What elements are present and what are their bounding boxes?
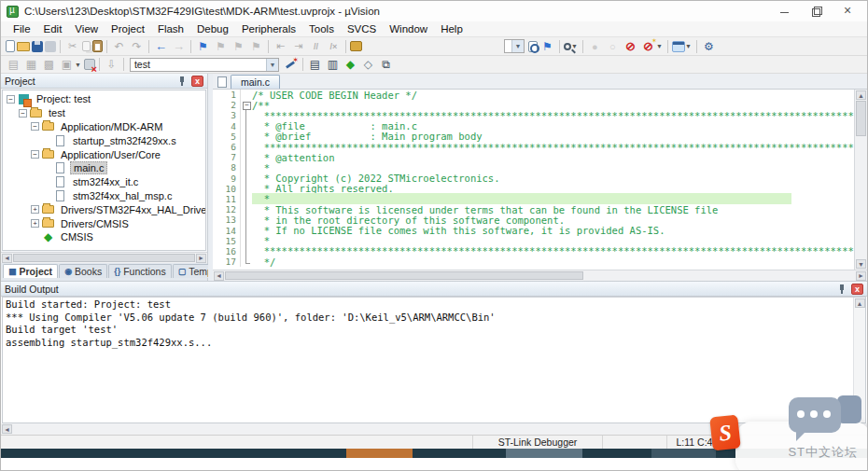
- tools-wrench-icon[interactable]: [701, 39, 717, 54]
- batch-build-icon[interactable]: [59, 57, 75, 72]
- scroll-left-icon[interactable]: ◄: [2, 254, 12, 263]
- file-extensions-icon[interactable]: [307, 57, 323, 72]
- bp-kill-all-icon[interactable]: [640, 39, 656, 54]
- tree-item-stm32f4xx-hal-msp-c[interactable]: stm32f4xx_hal_msp.c: [3, 189, 205, 203]
- code-line-17[interactable]: 17 */: [213, 256, 854, 267]
- cut-icon[interactable]: [64, 39, 80, 54]
- find-in-files-icon[interactable]: [528, 41, 538, 52]
- tree-item-application-mdk-arm[interactable]: −Application/MDK-ARM: [3, 120, 205, 134]
- fold-collapse-icon[interactable]: [241, 100, 252, 110]
- collapse-icon[interactable]: −: [31, 150, 39, 159]
- code-line-11[interactable]: 11 *: [213, 194, 854, 204]
- bookmark-next-icon[interactable]: [231, 39, 246, 54]
- collapse-icon[interactable]: −: [19, 109, 27, 118]
- edit-config-icon[interactable]: [350, 41, 362, 51]
- comment-icon[interactable]: [308, 39, 324, 54]
- editor-hscrollbar[interactable]: ◄ ►: [213, 270, 867, 281]
- run-to-cursor-icon[interactable]: [564, 43, 571, 50]
- menu-window[interactable]: Window: [383, 22, 434, 35]
- panel-close-icon[interactable]: x: [191, 76, 203, 87]
- chevron-down-icon[interactable]: ▼: [685, 43, 692, 49]
- menu-tools[interactable]: Tools: [302, 22, 341, 35]
- scroll-thumb[interactable]: [856, 101, 866, 136]
- target-select[interactable]: test▼: [130, 58, 279, 72]
- redo-icon[interactable]: [129, 39, 145, 54]
- scroll-left-icon[interactable]: ◄: [2, 424, 12, 434]
- scroll-right-icon[interactable]: ►: [196, 254, 206, 263]
- code-line-2[interactable]: 2/**: [213, 100, 854, 110]
- expand-icon[interactable]: +: [31, 219, 39, 228]
- menu-edit[interactable]: Edit: [37, 22, 69, 35]
- open-file-icon[interactable]: [17, 42, 30, 51]
- bookmark-prev-icon[interactable]: [213, 39, 229, 54]
- manage-project-items-icon[interactable]: [325, 57, 341, 72]
- menu-help[interactable]: Help: [434, 22, 469, 35]
- code-line-15[interactable]: 15 *: [213, 236, 854, 246]
- tab-project[interactable]: ▦Project: [3, 264, 58, 278]
- tree-item-test[interactable]: −test: [3, 106, 205, 120]
- code-area[interactable]: 1/* USER CODE BEGIN Header */2/**3 *****…: [213, 90, 854, 270]
- build-output-vscrollbar[interactable]: ▲: [853, 298, 865, 423]
- editor-tab-mainc[interactable]: main.c: [231, 75, 280, 89]
- tab-books[interactable]: ◉Books: [59, 264, 107, 278]
- build-icon[interactable]: [23, 57, 39, 72]
- scroll-thumb[interactable]: [225, 271, 583, 280]
- code-line-8[interactable]: 8 *: [213, 162, 854, 173]
- code-line-6[interactable]: 6 **************************************…: [213, 142, 854, 152]
- translate-icon[interactable]: [6, 57, 21, 72]
- chevron-down-icon[interactable]: ▼: [75, 62, 81, 68]
- code-line-9[interactable]: 9 * Copyright (c) 2022 STMicroelectronic…: [213, 173, 854, 184]
- pack-installer-icon[interactable]: [378, 57, 394, 72]
- select-packs-icon[interactable]: [360, 57, 376, 72]
- menu-file[interactable]: File: [7, 22, 37, 35]
- incremental-find-icon[interactable]: [539, 39, 555, 54]
- collapse-icon[interactable]: −: [31, 122, 39, 131]
- bp-insert-icon[interactable]: [587, 39, 603, 54]
- scroll-thumb[interactable]: [13, 254, 195, 262]
- tree-item-project-test[interactable]: −Project: test: [3, 92, 205, 106]
- code-line-13[interactable]: 13 * in the root directory of this softw…: [213, 215, 854, 225]
- options-target-icon[interactable]: [283, 57, 299, 72]
- tree-item-cmsis[interactable]: CMSIS: [3, 230, 205, 244]
- save-all-icon[interactable]: [45, 41, 56, 52]
- chevron-down-icon[interactable]: ▼: [266, 59, 278, 71]
- code-line-10[interactable]: 10 * All rights reserved.: [213, 184, 854, 194]
- project-panel-hscrollbar[interactable]: ◄ ►: [1, 252, 207, 263]
- bookmark-clear-icon[interactable]: [248, 39, 264, 54]
- chevron-down-icon[interactable]: ▼: [656, 43, 663, 49]
- tree-item-application-user-core[interactable]: −Application/User/Core: [3, 147, 205, 161]
- tree-item-startup-stm32f429xx-s[interactable]: startup_stm32f429xx.s: [3, 133, 205, 147]
- new-file-icon[interactable]: [6, 40, 15, 52]
- scroll-up-icon[interactable]: ▲: [855, 298, 865, 308]
- undo-icon[interactable]: [111, 39, 127, 54]
- save-file-icon[interactable]: [32, 41, 43, 52]
- tree-item-drivers-cmsis[interactable]: +Drivers/CMSIS: [3, 216, 205, 230]
- bp-enable-icon[interactable]: [605, 39, 621, 54]
- collapse-icon[interactable]: −: [7, 95, 15, 104]
- scroll-down-icon[interactable]: ▼: [856, 259, 866, 269]
- rebuild-icon[interactable]: [41, 57, 57, 72]
- scroll-left-icon[interactable]: ◄: [214, 271, 224, 281]
- menu-svcs[interactable]: SVCS: [341, 22, 383, 35]
- tree-item-stm32f4xx-it-c[interactable]: stm32f4xx_it.c: [3, 175, 205, 189]
- scroll-up-icon[interactable]: ▲: [856, 90, 866, 100]
- bookmark-icon[interactable]: [195, 39, 211, 54]
- build-output-text[interactable]: Build started: Project: test *** Using C…: [3, 298, 853, 423]
- code-line-7[interactable]: 7 * @attention: [213, 152, 854, 162]
- nav-back-icon[interactable]: [153, 39, 169, 54]
- find-combo[interactable]: ▼: [504, 39, 525, 53]
- build-output-hscrollbar[interactable]: ◄: [1, 423, 867, 435]
- code-line-3[interactable]: 3 **************************************…: [213, 110, 854, 120]
- expand-icon[interactable]: +: [31, 205, 39, 214]
- menu-peripherals[interactable]: Peripherals: [235, 22, 302, 35]
- stop-build-icon[interactable]: [84, 59, 95, 70]
- scroll-right-icon[interactable]: ►: [856, 271, 866, 281]
- tab-functions[interactable]: {}Functions: [108, 264, 172, 278]
- code-line-16[interactable]: 16 *************************************…: [213, 246, 854, 256]
- minimize-icon[interactable]: [779, 6, 791, 17]
- panel-close-icon[interactable]: x: [851, 284, 863, 295]
- tree-item-main-c[interactable]: main.c: [3, 161, 205, 175]
- code-line-5[interactable]: 5 * @brief : Main program body: [213, 132, 854, 142]
- nav-forward-icon[interactable]: [171, 39, 187, 54]
- menu-view[interactable]: View: [68, 22, 105, 35]
